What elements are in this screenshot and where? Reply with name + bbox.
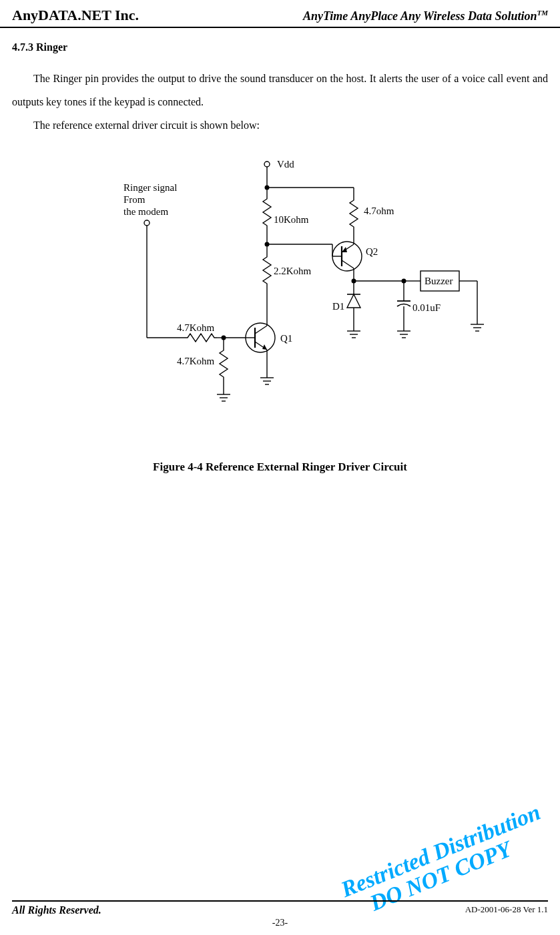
company-name: AnyDATA.NET Inc. (12, 7, 139, 24)
footer-page: -23- (12, 918, 548, 935)
paragraph-1: The Ringer pin provides the output to dr… (12, 67, 548, 113)
watermark-line1: Restricted Distribution (337, 800, 543, 902)
circuit-figure: Vdd 4.7ohm 10Kohm Q2 2.2Kohm Buzzer 0.01… (0, 151, 560, 427)
label-r47ohm: 4.7ohm (364, 206, 394, 216)
footer-left: All Rights Reserved. (12, 904, 101, 916)
page-header: AnyDATA.NET Inc. AnyTime AnyPlace Any Wi… (0, 0, 560, 28)
tagline: AnyTime AnyPlace Any Wireless Data Solut… (303, 9, 548, 23)
label-r22k: 2.2Kohm (274, 266, 312, 276)
section-title: 4.7.3 Ringer (0, 28, 560, 53)
label-ringer-1: Ringer signal (123, 182, 177, 193)
label-q2: Q2 (366, 246, 378, 257)
footer-right: AD-2001-06-28 Ver 1.1 (465, 904, 548, 916)
figure-caption: Figure 4-4 Reference External Ringer Dri… (0, 460, 560, 474)
page-footer: All Rights Reserved. AD-2001-06-28 Ver 1… (12, 900, 548, 935)
label-d1: D1 (332, 301, 344, 312)
body-text: The Ringer pin provides the output to dr… (0, 53, 560, 137)
watermark: Restricted Distribution DO NOT COPY (334, 838, 547, 888)
label-c1: 0.01uF (412, 302, 441, 313)
label-buzzer: Buzzer (425, 276, 453, 286)
label-r47k-b: 4.7Kohm (177, 356, 215, 366)
svg-marker-42 (347, 294, 360, 308)
tagline-sup: TM (537, 9, 549, 17)
label-vdd: Vdd (277, 159, 294, 170)
label-r47k-a: 4.7Kohm (177, 322, 215, 333)
label-ringer-2: From (123, 194, 146, 205)
label-ringer-3: the modem (123, 206, 168, 217)
paragraph-2: The reference external driver circuit is… (12, 113, 548, 137)
tagline-text: AnyTime AnyPlace Any Wireless Data Solut… (303, 9, 537, 23)
label-q1: Q1 (280, 333, 292, 344)
label-r10k: 10Kohm (274, 214, 309, 225)
